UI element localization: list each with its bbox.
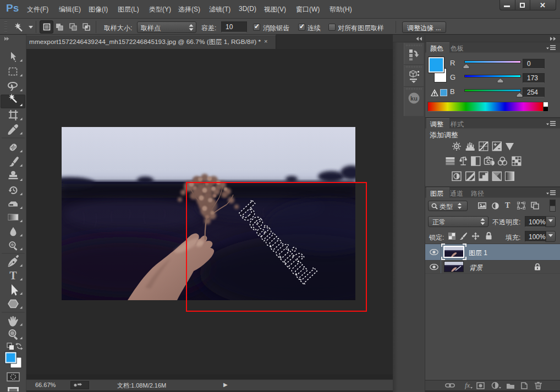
svg-text:ku: ku <box>410 95 418 102</box>
svg-text:T: T <box>9 269 17 281</box>
svg-text:fx: fx <box>465 382 470 389</box>
